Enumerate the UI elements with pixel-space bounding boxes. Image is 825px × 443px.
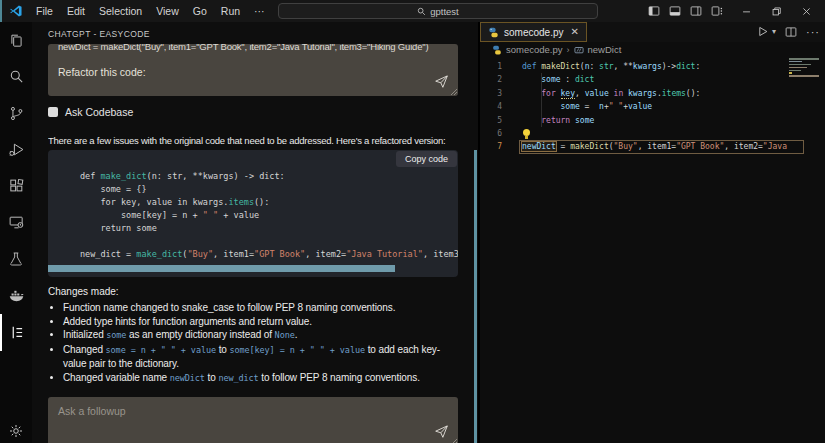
menu-bar: FileEditSelectionViewGoRun···	[29, 0, 272, 22]
menu-item-go[interactable]: Go	[186, 0, 214, 22]
code-text: for key, value in kwargs.items():	[522, 87, 700, 100]
explorer-icon[interactable]	[0, 22, 32, 59]
breadcrumb[interactable]: somecode.py › newDict	[480, 42, 825, 57]
run-debug-icon[interactable]	[0, 132, 32, 169]
code-text: some[key] = n + " " + value	[80, 210, 259, 220]
customize-layout-icon[interactable]	[711, 5, 723, 17]
prompt-input[interactable]: newDict = makeDict("Buy", item1="GPT Boo…	[48, 44, 458, 96]
toggle-sidebar-icon[interactable]	[648, 5, 660, 17]
code-text: return some	[80, 223, 157, 233]
search-sidebar-icon[interactable]	[0, 59, 32, 96]
change-item: Changed variable name newDict to new_dic…	[63, 371, 463, 386]
extensions-icon[interactable]	[0, 168, 32, 205]
sidebar-scrollbar-thumb[interactable]	[474, 150, 478, 443]
code-line[interactable]: 2 some : dict	[480, 73, 825, 86]
followup-box	[48, 397, 458, 443]
tab-somecode[interactable]: somecode.py ✕	[480, 22, 587, 42]
menu-item-file[interactable]: File	[29, 0, 60, 22]
copy-code-button[interactable]: Copy code	[396, 151, 457, 167]
code-line[interactable]: some = {}	[60, 183, 458, 196]
code-text: for key, value in kwargs.items():	[80, 197, 269, 207]
python-file-icon	[488, 27, 499, 38]
change-item: Added type hints for function arguments …	[63, 315, 463, 329]
response-code-block: Copy code def make_dict(n: str, **kwargs…	[48, 150, 458, 277]
code-line[interactable]	[60, 235, 458, 248]
code-line[interactable]: return some	[60, 222, 458, 235]
send-icon[interactable]	[434, 424, 449, 439]
python-file-icon	[492, 45, 502, 55]
line-number: 7	[480, 140, 502, 153]
changes-list: Function name changed to snake_case to f…	[48, 301, 463, 385]
activity-bar	[0, 22, 32, 443]
toggle-secondary-sidebar-icon[interactable]	[690, 5, 702, 17]
line-number: 4	[480, 100, 502, 113]
assistant-response-text: There are a few issues with the original…	[48, 135, 458, 146]
change-item: Function name changed to snake_case to f…	[63, 301, 463, 315]
code-line[interactable]: 1def makeDict(n: str, **kwargs)->dict:	[480, 60, 825, 73]
followup-input[interactable]	[48, 397, 458, 443]
tab-label: somecode.py	[504, 27, 563, 38]
change-item: Initialized some as an empty dictionary …	[63, 328, 463, 343]
code-line[interactable]: 6	[480, 127, 825, 140]
line-number: 6	[480, 127, 502, 140]
horizontal-scrollbar-thumb[interactable]	[48, 265, 395, 272]
restore-icon[interactable]	[771, 6, 782, 17]
code-text: def makeDict(n: str, **kwargs)->dict:	[522, 60, 700, 73]
settings-gear-icon[interactable]	[0, 423, 32, 443]
code-line[interactable]: new_dict = make_dict("Buy", item1="GPT B…	[60, 248, 458, 261]
toggle-panel-icon[interactable]	[669, 5, 681, 17]
menu-item-selection[interactable]: Selection	[92, 0, 149, 22]
window-edge-accent	[0, 0, 2, 22]
code-text: return some	[522, 114, 594, 127]
code-line[interactable]: 3 for key, value in kwargs.items():	[480, 87, 825, 100]
close-window-icon[interactable]	[801, 6, 812, 17]
code-line[interactable]: 5 return some	[480, 114, 825, 127]
lightbulb-icon[interactable]	[523, 129, 530, 136]
remote-explorer-icon[interactable]	[0, 205, 32, 242]
prompt-code-line: newDict = makeDict("Buy", item1="GPT Boo…	[58, 44, 448, 53]
ask-codebase-label: Ask Codebase	[65, 106, 133, 118]
send-icon[interactable]	[434, 74, 449, 89]
code-text: def make_dict(n: str, **kwargs) -> dict:	[80, 171, 285, 181]
menu-item-edit[interactable]: Edit	[60, 0, 92, 22]
testing-beaker-icon[interactable]	[0, 241, 32, 278]
ask-codebase-checkbox[interactable]	[48, 107, 58, 117]
line-number: 1	[480, 60, 502, 73]
code-line[interactable]: for key, value in kwargs.items():	[60, 196, 458, 209]
resize-grip[interactable]	[449, 437, 457, 443]
search-icon	[417, 7, 426, 16]
indent-guide	[541, 73, 542, 127]
panel-title: CHATGPT - EASYCODE	[48, 29, 458, 39]
code-line[interactable]: 4 some = n+" "+value	[480, 100, 825, 113]
run-dropdown-chevron-icon[interactable]: ▾	[772, 27, 776, 36]
symbol-variable-icon	[574, 45, 584, 55]
minimize-icon[interactable]	[741, 6, 752, 17]
code-area[interactable]: 1def makeDict(n: str, **kwargs)->dict:2 …	[480, 60, 825, 154]
breadcrumb-symbol[interactable]: newDict	[588, 44, 622, 55]
source-control-icon[interactable]	[0, 95, 32, 132]
code-line[interactable]: some[key] = n + " " + value	[60, 209, 458, 222]
code-line[interactable]: 7newDict = makeDict("Buy", item1="GPT Bo…	[480, 140, 825, 153]
prompt-instruction: Refactor this code:	[58, 66, 448, 78]
search-value: gpttest	[430, 6, 459, 17]
more-actions-icon[interactable]: ···	[806, 26, 820, 38]
easycode-chat-icon[interactable]	[0, 314, 32, 351]
change-item: Changed some = n + " " + value to some[k…	[63, 343, 463, 371]
split-editor-icon[interactable]	[785, 26, 797, 38]
resize-grip[interactable]	[449, 87, 457, 95]
run-file-icon[interactable]	[756, 25, 769, 38]
code-text: new_dict = make_dict("Buy", item1="GPT B…	[80, 249, 458, 259]
menu-item-run[interactable]: Run	[214, 0, 247, 22]
menu-item-view[interactable]: View	[149, 0, 186, 22]
menu-item-[interactable]: ···	[247, 0, 272, 22]
code-text: some : dict	[522, 73, 594, 86]
code-line[interactable]: def make_dict(n: str, **kwargs) -> dict:	[60, 170, 458, 183]
minimap[interactable]	[789, 58, 822, 78]
docker-icon[interactable]	[0, 278, 32, 315]
editor-group: somecode.py ✕ ▾ ··· somecode.py › newDic…	[480, 22, 825, 443]
tab-close-icon[interactable]: ✕	[570, 27, 578, 37]
vscode-logo-icon	[9, 4, 23, 18]
code-text: newDict = makeDict("Buy", item1="GPT Boo…	[522, 140, 787, 153]
breadcrumb-file[interactable]: somecode.py	[506, 44, 563, 55]
command-search-box[interactable]: gpttest	[278, 3, 598, 19]
